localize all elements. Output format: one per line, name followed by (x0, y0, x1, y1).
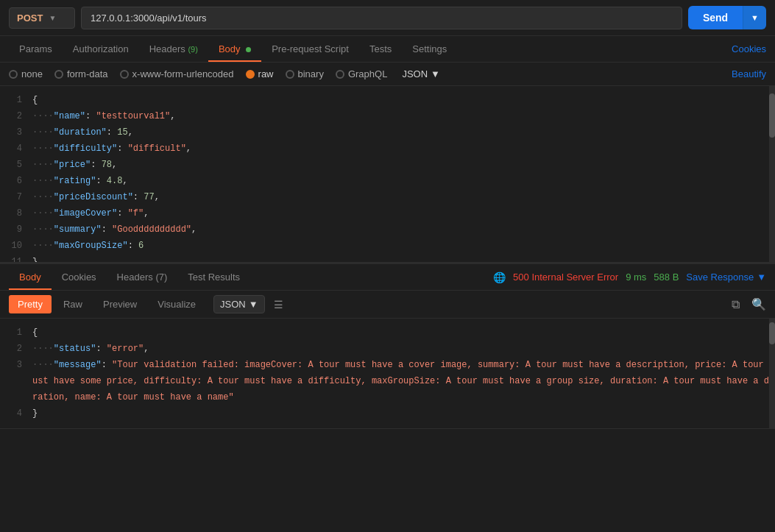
method-selector[interactable]: POST ▼ (9, 7, 75, 29)
request-scrollbar-track[interactable] (769, 86, 775, 262)
response-json-chevron-icon: ▼ (249, 299, 258, 310)
response-wrapper: 1 2 3 4 { ····"status": "error", ····"me… (0, 319, 775, 429)
beautify-button[interactable]: Beautify (732, 68, 766, 79)
response-scrollbar-thumb[interactable] (769, 322, 775, 344)
send-button[interactable]: Send (688, 6, 743, 29)
send-btn-group: Send ▼ (688, 6, 766, 29)
body-dot-indicator (246, 47, 251, 52)
save-response-chevron-icon: ▼ (757, 272, 766, 283)
radio-urlencoded-circle (120, 70, 129, 79)
response-line-numbers: 1 2 3 4 (0, 319, 29, 428)
filter-icon[interactable]: ☰ (274, 299, 283, 311)
radio-urlencoded[interactable]: x-www-form-urlencoded (120, 68, 234, 79)
req-line-11: } (29, 254, 775, 262)
response-status: 500 Internal Server Error (513, 272, 618, 283)
pretty-tab-preview[interactable]: Preview (94, 295, 146, 313)
request-tabs-bar: Params Authorization Headers (9) Body Pr… (0, 36, 775, 63)
copy-icon[interactable]: ⧉ (732, 298, 740, 311)
pretty-tab-pretty[interactable]: Pretty (9, 295, 52, 313)
response-json-selector[interactable]: JSON ▼ (213, 295, 265, 313)
radio-binary[interactable]: binary (286, 68, 324, 79)
req-line-8: ····"imageCover": "f", (29, 205, 775, 221)
top-bar: POST ▼ Send ▼ (0, 0, 775, 36)
req-line-10: ····"maxGroupSize": 6 (29, 238, 775, 254)
pretty-tab-raw[interactable]: Raw (54, 295, 91, 313)
response-code-area: 1 2 3 4 { ····"status": "error", ····"me… (0, 319, 775, 429)
cookies-link[interactable]: Cookies (732, 43, 766, 54)
method-chevron-icon: ▼ (49, 14, 56, 22)
response-right-icons: ⧉ 🔍 (732, 297, 766, 311)
radio-none-circle (9, 70, 18, 79)
response-tab-body[interactable]: Body (9, 264, 52, 290)
req-line-5: ····"price": 78, (29, 157, 775, 173)
search-icon[interactable]: 🔍 (751, 297, 766, 311)
globe-icon: 🌐 (493, 272, 506, 283)
pretty-tab-visualize[interactable]: Visualize (149, 295, 205, 313)
response-tab-test-results[interactable]: Test Results (177, 264, 250, 290)
radio-raw-circle (246, 70, 255, 79)
request-code-content[interactable]: { ····"name": "testtourval1", ····"durat… (29, 86, 775, 262)
req-line-2: ····"name": "testtourval1", (29, 108, 775, 124)
tab-settings[interactable]: Settings (402, 36, 457, 62)
response-headers-badge: (7) (155, 272, 167, 283)
response-scrollbar-track[interactable] (769, 319, 775, 428)
response-time: 9 ms (626, 272, 646, 283)
request-line-numbers: 1 2 3 4 5 6 7 8 9 10 11 (0, 86, 29, 262)
resp-line-1: { (29, 324, 775, 341)
req-line-7: ····"priceDiscount": 77, (29, 189, 775, 205)
request-code-area: 1 2 3 4 5 6 7 8 9 10 11 { ····"name": "t… (0, 86, 775, 263)
radio-form-data[interactable]: form-data (54, 68, 108, 79)
save-response-button[interactable]: Save Response ▼ (686, 272, 766, 283)
radio-none[interactable]: none (9, 68, 43, 79)
resp-line-4: } (29, 405, 775, 422)
resp-line-3: ····"message": "Tour validation failed: … (29, 357, 775, 405)
body-type-bar: none form-data x-www-form-urlencoded raw… (0, 63, 775, 86)
tab-authorization[interactable]: Authorization (63, 36, 139, 62)
json-chevron-icon: ▼ (431, 68, 440, 79)
response-size: 588 B (654, 272, 679, 283)
resp-line-2: ····"status": "error", (29, 341, 775, 357)
req-line-9: ····"summary": "Goodddddddddd", (29, 221, 775, 238)
response-tabs-bar: Body Cookies Headers (7) Test Results 🌐 … (0, 263, 775, 291)
radio-form-data-circle (54, 70, 63, 79)
response-tab-cookies[interactable]: Cookies (52, 264, 107, 290)
response-meta: 🌐 500 Internal Server Error 9 ms 588 B S… (493, 272, 766, 283)
req-line-4: ····"difficulty": "difficult", (29, 141, 775, 157)
pretty-tabs-bar: Pretty Raw Preview Visualize JSON ▼ ☰ ⧉ … (0, 291, 775, 319)
send-dropdown-button[interactable]: ▼ (743, 6, 766, 29)
radio-binary-circle (286, 70, 294, 79)
tab-body[interactable]: Body (208, 36, 261, 62)
response-code-content[interactable]: { ····"status": "error", ····"message": … (29, 319, 775, 428)
json-format-selector[interactable]: JSON ▼ (402, 68, 440, 79)
radio-graphql[interactable]: GraphQL (336, 68, 387, 79)
radio-graphql-circle (336, 70, 344, 79)
response-tab-headers[interactable]: Headers (7) (107, 264, 178, 290)
url-input[interactable] (81, 7, 682, 29)
tab-headers[interactable]: Headers (9) (139, 36, 208, 62)
request-scrollbar-thumb[interactable] (769, 93, 775, 138)
req-line-1: { (29, 92, 775, 108)
req-line-3: ····"duration": 15, (29, 124, 775, 141)
method-label: POST (17, 13, 43, 24)
tab-pre-request-script[interactable]: Pre-request Script (261, 36, 359, 62)
req-line-6: ····"rating": 4.8, (29, 173, 775, 189)
radio-raw[interactable]: raw (246, 68, 274, 79)
headers-badge: (9) (188, 45, 197, 54)
tab-tests[interactable]: Tests (359, 36, 402, 62)
tab-params[interactable]: Params (9, 36, 63, 62)
